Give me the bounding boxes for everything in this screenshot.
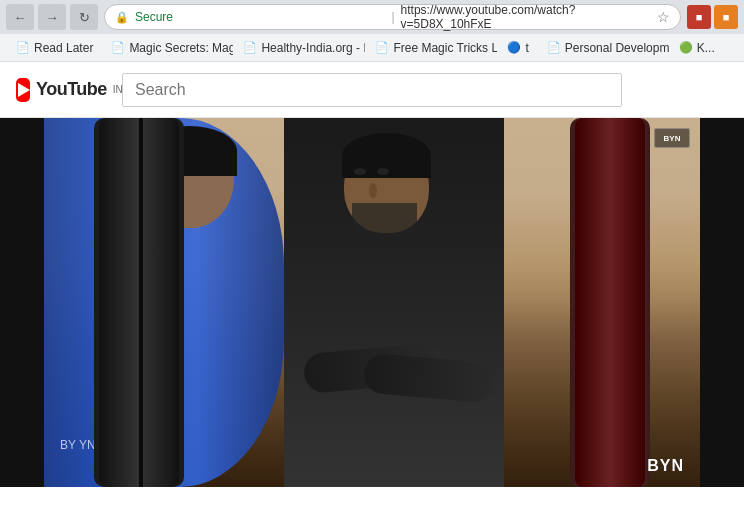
right-bag-shading bbox=[575, 118, 645, 487]
bookmark-free-magic-tricks[interactable]: 📄 Free Magic Tricks Lea... bbox=[367, 39, 497, 57]
punch-bag-right bbox=[570, 118, 650, 487]
bookmark-magic-secrets[interactable]: 📄 Magic Secrets: Magic... bbox=[103, 39, 233, 57]
bookmark-label: Free Magic Tricks Lea... bbox=[393, 41, 497, 55]
byn-text: BYN bbox=[647, 457, 684, 474]
small-watermark-text: BYN bbox=[664, 134, 681, 143]
person-center bbox=[244, 118, 544, 487]
bookmark-icon: 📄 bbox=[243, 41, 257, 54]
bookmark-icon: 📄 bbox=[375, 41, 389, 54]
bookmark-healthy-india[interactable]: 📄 Healthy-India.org - H... bbox=[235, 39, 365, 57]
bookmark-icon: 📄 bbox=[16, 41, 30, 54]
bookmark-icon: 📄 bbox=[111, 41, 125, 54]
bookmark-label: K... bbox=[697, 41, 715, 55]
left-eye bbox=[354, 168, 366, 175]
back-button[interactable]: ← bbox=[6, 4, 34, 30]
bookmark-read-later[interactable]: 📄 Read Later bbox=[8, 39, 101, 57]
bookmark-personal-dev[interactable]: 📄 Personal Developme... bbox=[539, 39, 669, 57]
person-center-beard bbox=[352, 203, 417, 233]
byn-watermark: BYN bbox=[647, 457, 684, 475]
browser-chrome: ← → ↻ 🔒 Secure | https://www.youtube.com… bbox=[0, 0, 744, 62]
browser-right-icons: ■ ■ bbox=[687, 5, 738, 29]
youtube-play-icon bbox=[16, 78, 30, 102]
video-player[interactable]: BYN BY YNWUNM BYN bbox=[44, 118, 700, 487]
url-separator: | bbox=[391, 10, 394, 24]
extension-orange[interactable]: ■ bbox=[714, 5, 738, 29]
video-content-area: BYN BY YNWUNM BYN bbox=[0, 118, 744, 487]
nose bbox=[369, 183, 377, 198]
youtube-logo[interactable]: YouTubeIN bbox=[16, 80, 106, 100]
bookmark-t[interactable]: 🔵 t bbox=[499, 39, 536, 57]
forward-button[interactable]: → bbox=[38, 4, 66, 30]
bookmarks-bar: 📄 Read Later 📄 Magic Secrets: Magic... 📄… bbox=[0, 34, 744, 62]
youtube-page: YouTubeIN bbox=[0, 62, 744, 529]
video-small-watermark: BYN bbox=[654, 128, 690, 148]
refresh-button[interactable]: ↻ bbox=[70, 4, 98, 30]
browser-top-bar: ← → ↻ 🔒 Secure | https://www.youtube.com… bbox=[0, 0, 744, 34]
right-eye bbox=[377, 168, 389, 175]
nav-buttons: ← → ↻ bbox=[6, 4, 98, 30]
bookmark-label: Healthy-India.org - H... bbox=[261, 41, 365, 55]
search-input[interactable] bbox=[122, 73, 622, 107]
bookmark-label: Read Later bbox=[34, 41, 93, 55]
url-text: https://www.youtube.com/watch?v=5D8X_10h… bbox=[401, 3, 651, 31]
address-bar[interactable]: 🔒 Secure | https://www.youtube.com/watch… bbox=[104, 4, 681, 30]
url-secure-label: Secure bbox=[135, 10, 385, 24]
video-scene: BYN BY YNWUNM BYN bbox=[44, 118, 700, 487]
punch-bag-left bbox=[94, 118, 184, 487]
bookmark-icon: 📄 bbox=[547, 41, 561, 54]
bookmark-icon: 🔵 bbox=[507, 41, 521, 54]
secure-icon: 🔒 bbox=[115, 11, 129, 24]
bookmark-k[interactable]: 🟢 K... bbox=[671, 39, 723, 57]
play-triangle bbox=[18, 83, 30, 97]
bag-seam bbox=[139, 118, 143, 487]
bookmark-star-icon[interactable]: ☆ bbox=[657, 9, 670, 25]
youtube-logo-icon: YouTubeIN bbox=[16, 80, 106, 100]
bookmark-label: Personal Developme... bbox=[565, 41, 669, 55]
extension-red[interactable]: ■ bbox=[687, 5, 711, 29]
bookmark-label: t bbox=[525, 41, 528, 55]
youtube-wordmark: YouTube bbox=[36, 79, 107, 100]
bookmark-label: Magic Secrets: Magic... bbox=[129, 41, 233, 55]
bookmark-icon: 🟢 bbox=[679, 41, 693, 54]
youtube-header: YouTubeIN bbox=[0, 62, 744, 118]
